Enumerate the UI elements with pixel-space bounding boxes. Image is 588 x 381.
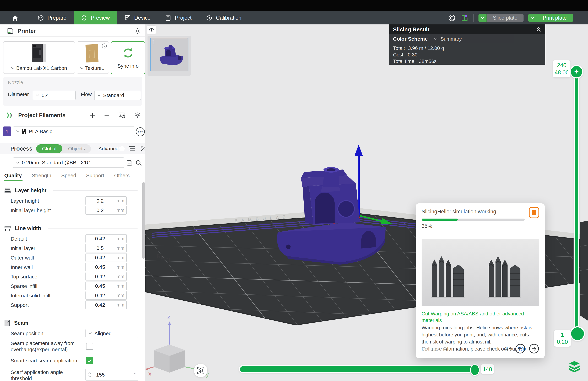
seam-placement-checkbox[interactable] [86, 343, 93, 350]
tab-prepare-label: Prepare [47, 15, 66, 21]
helio-progress-text: 35% [421, 223, 539, 229]
tab-prepare[interactable]: Prepare [30, 11, 74, 24]
setting-value-input[interactable]: 0.42mm [85, 234, 127, 243]
scope-global[interactable]: Global [36, 144, 62, 153]
plate-thumbnail[interactable] [150, 38, 189, 71]
flow-select[interactable]: Standard [94, 91, 141, 100]
tab-project[interactable]: Project [158, 11, 199, 24]
setting-value-input[interactable]: 0.42mm [85, 253, 127, 262]
plate-type-select[interactable]: Texture... [77, 65, 109, 71]
group-seam: Seam [4, 319, 145, 327]
topbar-separator [473, 14, 474, 22]
tab-speed[interactable]: Speed [61, 173, 76, 181]
nozzle-panel: Nozzle Diameter 0.4 Flow Standard [3, 77, 142, 106]
adjacent-plate [580, 221, 588, 321]
helio-headline-link[interactable]: Cut Warping on ASA/ABS and other advance… [421, 311, 539, 324]
setting-unit: mm [117, 236, 124, 241]
layout-blocks-icon[interactable] [461, 14, 468, 22]
scarf-angle-unit: ° [134, 372, 136, 377]
setting-value-input[interactable]: 0.45mm [85, 282, 127, 290]
smart-scarf-checkbox[interactable] [86, 357, 93, 364]
advanced-label: Advanced [99, 146, 121, 152]
stop-simulation-button[interactable] [529, 207, 539, 218]
filament-menu-button[interactable]: ••• [136, 127, 145, 136]
printed-part-right [488, 256, 521, 298]
setting-value-input[interactable]: 0.2mm [85, 206, 127, 215]
ams-sync-icon[interactable] [118, 112, 126, 119]
setting-value-input[interactable]: 0.45mm [85, 263, 127, 271]
helio-next-button[interactable] [529, 344, 539, 354]
setting-value-input[interactable]: 0.5mm [85, 244, 127, 252]
helio-prev-button[interactable] [515, 344, 525, 354]
seam-position-select[interactable]: Aligned [85, 329, 138, 338]
home-button[interactable] [0, 11, 30, 24]
printer-model-select[interactable]: Bambu Lab X1 Carbon [3, 65, 75, 71]
tab-others[interactable]: Others [114, 173, 130, 181]
tab-support[interactable]: Support [86, 173, 104, 181]
helio-collapse-link[interactable]: Collapse [421, 346, 447, 352]
printer-card[interactable]: Bambu Lab X1 Carbon [3, 41, 75, 74]
setting-value: 0.2 [86, 207, 114, 213]
setting-unit: mm [117, 246, 124, 251]
move-slider-badge: 148 [481, 364, 494, 374]
print-plate-button[interactable]: Print plate [536, 14, 573, 22]
print-plate-dropdown[interactable] [528, 14, 536, 22]
tab-quality[interactable]: Quality [4, 173, 22, 181]
info-icon[interactable] [102, 43, 107, 49]
process-preset-select[interactable]: 0.20mm Standard @BBL X1C [13, 157, 124, 168]
scope-objects[interactable]: Objects [62, 144, 91, 153]
add-filament-icon[interactable] [89, 112, 96, 118]
setting-row-scarf-angle: Scarf application angle threshold 155 ° [0, 367, 145, 381]
slice-plate-split-button: Slice plate [479, 14, 524, 22]
sync-info-button[interactable]: Sync info [111, 41, 145, 74]
diameter-select[interactable]: 0.4 [33, 91, 76, 100]
scarf-angle-spinner[interactable]: 155 ° [85, 369, 138, 381]
slice-plate-dropdown[interactable] [479, 14, 486, 22]
save-preset-icon[interactable] [126, 159, 133, 166]
collapse-panel-icon[interactable] [536, 27, 542, 32]
filament-slot-number[interactable]: 1 [3, 127, 11, 136]
tab-preview[interactable]: Preview [74, 11, 117, 24]
sidebar-collapse-button[interactable] [147, 26, 156, 34]
seam-icon [4, 319, 11, 327]
tab-calibration[interactable]: Calibration [199, 11, 249, 24]
process-scope-toggle: Global Objects [36, 144, 91, 153]
setting-value: 0.42 [86, 302, 114, 308]
filaments-section-header: Project Filaments [0, 110, 145, 121]
device-icon [124, 15, 131, 21]
parameter-list-icon[interactable] [129, 146, 136, 152]
tab-strength[interactable]: Strength [32, 173, 51, 181]
color-scheme-select[interactable]: Summary [434, 36, 462, 42]
slice-plate-button[interactable]: Slice plate [486, 14, 524, 22]
setting-label: Initial layer [11, 245, 35, 251]
chevron-down-icon [480, 17, 484, 19]
tab-device[interactable]: Device [117, 11, 158, 24]
spinner-arrows[interactable] [86, 369, 94, 381]
setting-value-input[interactable]: 0.42mm [85, 272, 127, 281]
layers-view-icon[interactable] [568, 360, 581, 372]
remove-filament-icon[interactable] [104, 112, 110, 118]
time-label: Total time: [393, 59, 416, 64]
filament-settings-gear-icon[interactable] [134, 112, 141, 119]
search-preset-icon[interactable] [135, 160, 142, 166]
fit-view-button[interactable] [194, 364, 207, 377]
setting-value-input[interactable]: 0.42mm [85, 291, 127, 300]
axis-z-label: z [167, 313, 170, 320]
calibration-icon [206, 15, 212, 21]
sync-info-label: Sync info [117, 63, 139, 69]
orbit-icon[interactable] [448, 14, 456, 22]
process-preset-label: 0.20mm Standard @BBL X1C [22, 160, 91, 166]
compare-settings-icon[interactable] [140, 146, 146, 152]
printer-settings-gear-icon[interactable] [134, 27, 141, 34]
project-icon [165, 15, 171, 21]
sidebar-scrollbar[interactable] [142, 182, 145, 259]
process-section-title: Process [10, 145, 32, 152]
setting-value-input[interactable]: 0.42mm [85, 300, 127, 309]
slicing-result-panel: Slicing Result Color Scheme Summary Tota… [389, 24, 545, 65]
group-title: Seam [14, 320, 28, 326]
plate-type-card[interactable]: Texture... [77, 41, 109, 74]
move-slider-handle[interactable] [470, 364, 480, 376]
filament-select[interactable]: PLA Basic [13, 127, 135, 136]
setting-value-input[interactable]: 0.2mm [85, 196, 127, 205]
group-title: Line width [15, 225, 41, 231]
